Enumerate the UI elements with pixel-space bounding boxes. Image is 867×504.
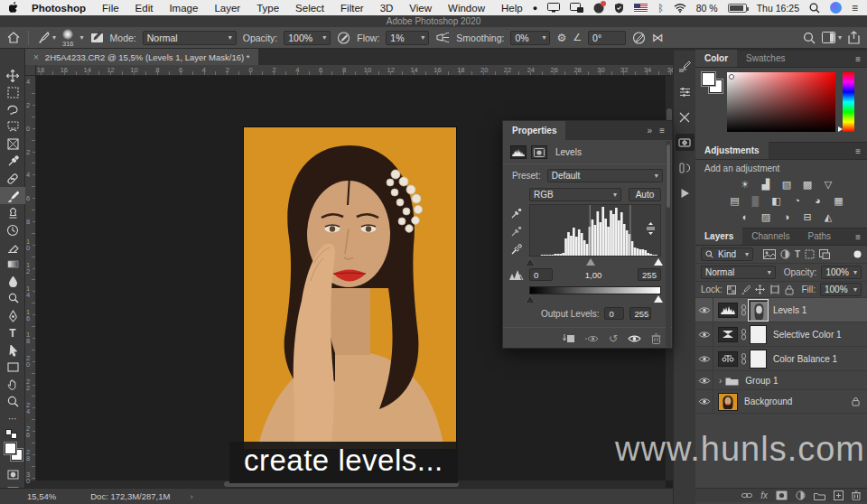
tab-adjustments[interactable]: Adjustments <box>695 142 769 159</box>
lock-transparency-icon[interactable] <box>727 285 736 294</box>
rectangular-marquee-tool[interactable] <box>0 84 25 101</box>
history-brush-tool[interactable] <box>0 221 25 238</box>
input-highlight-slider[interactable] <box>654 258 663 266</box>
layer-mask-thumbnail[interactable] <box>750 301 767 320</box>
menu-item-view[interactable]: View <box>409 3 432 14</box>
layer-name-label[interactable]: Levels 1 <box>773 305 806 315</box>
input-black-field[interactable]: 0 <box>529 268 553 281</box>
tab-layers[interactable]: Layers <box>695 228 742 245</box>
new-group-icon[interactable] <box>814 491 825 500</box>
eyedropper-tool[interactable] <box>0 153 25 170</box>
new-layer-icon[interactable] <box>834 490 844 500</box>
share-icon[interactable] <box>848 31 860 44</box>
object-selection-tool[interactable] <box>0 118 25 135</box>
preset-select[interactable]: Default ▾ <box>547 169 663 182</box>
home-icon[interactable] <box>7 32 20 43</box>
selective-color-thumbnail[interactable] <box>718 327 738 342</box>
layer-row-group-1[interactable]: ›Group 1 <box>695 371 867 390</box>
photo-document[interactable] <box>244 127 456 449</box>
filter-kind-select[interactable]: Kind ▾ <box>701 247 753 261</box>
type-tool[interactable]: T <box>0 324 25 341</box>
menu-item-filter[interactable]: Filter <box>340 3 364 14</box>
layer-mask-thumbnail[interactable] <box>750 325 767 344</box>
properties-tab[interactable]: Properties <box>503 121 565 140</box>
layer-row-levels-1[interactable]: Levels 1 <box>695 298 867 322</box>
apple-menu-icon[interactable] <box>9 2 19 14</box>
gray-point-eyedropper-icon[interactable] <box>511 226 522 237</box>
output-highlight-slider[interactable] <box>654 295 663 303</box>
pressure-size-icon[interactable] <box>632 32 646 44</box>
levels-histogram[interactable] <box>529 204 661 257</box>
filter-type-layers-icon[interactable]: T <box>795 249 800 259</box>
smoothing-options-gear-icon[interactable]: ⚙ <box>556 32 566 44</box>
filter-toggle-icon[interactable] <box>853 250 862 258</box>
new-adjustment-layer-icon[interactable] <box>796 490 806 500</box>
selective-color-icon[interactable]: ◭ <box>822 211 834 223</box>
menu-item-help[interactable]: Help <box>501 3 523 14</box>
saturation-brightness-field[interactable] <box>727 72 835 132</box>
pen-tool[interactable] <box>0 307 25 324</box>
brush-tool[interactable] <box>0 187 25 204</box>
layer-visibility-eye-icon[interactable] <box>698 397 711 406</box>
pressure-opacity-icon[interactable] <box>337 32 350 44</box>
properties-scrollbar[interactable] <box>666 141 671 347</box>
delete-layer-trash-icon[interactable] <box>852 490 861 500</box>
flow-select[interactable]: 1% ▾ <box>386 31 429 45</box>
panel-menu-icon[interactable]: ≡ <box>659 126 665 135</box>
menu-item-file[interactable]: File <box>102 3 119 14</box>
healing-brush-tool[interactable] <box>0 170 25 187</box>
layer-style-fx-icon[interactable]: fx <box>760 490 768 500</box>
edit-toolbar-ellipsis[interactable]: ⋯ <box>0 410 25 427</box>
curves-icon[interactable]: ▧ <box>780 179 793 191</box>
menu-item-window[interactable]: Window <box>448 3 485 14</box>
output-gradient-bar[interactable] <box>529 286 661 294</box>
tab-channels[interactable]: Channels <box>742 228 798 245</box>
color-fg-bg-swatches[interactable] <box>702 72 725 96</box>
bluetooth-icon[interactable]: ᛒ <box>657 3 664 14</box>
app-notification-icon[interactable] <box>593 3 604 14</box>
layer-visibility-eye-icon[interactable] <box>698 377 711 385</box>
lock-position-icon[interactable] <box>755 285 765 294</box>
display-icon[interactable] <box>547 3 560 13</box>
actions-panel-icon[interactable] <box>676 184 695 201</box>
opacity-select[interactable]: 100% ▾ <box>284 31 331 45</box>
menu-item-layer[interactable]: Layer <box>214 3 240 14</box>
mask-link-icon[interactable] <box>741 329 747 341</box>
layer-visibility-eye-icon[interactable] <box>698 306 711 314</box>
paint-symmetry-icon[interactable]: ⋈ <box>652 31 664 44</box>
filter-shape-layers-icon[interactable] <box>805 249 815 259</box>
screen-mirroring-icon[interactable] <box>570 3 583 13</box>
menu-item-3d[interactable]: 3D <box>380 3 394 14</box>
add-layer-mask-icon[interactable] <box>776 490 788 500</box>
black-point-eyedropper-icon[interactable] <box>511 208 522 219</box>
brush-angle-field[interactable]: 0° <box>588 31 626 45</box>
layer-name-label[interactable]: Selective Color 1 <box>773 330 842 340</box>
search-icon[interactable] <box>803 32 816 44</box>
filter-adjustment-layers-icon[interactable] <box>780 249 790 259</box>
black-white-icon[interactable]: ◧ <box>770 195 783 207</box>
frame-tool[interactable] <box>0 135 25 153</box>
brush-picker-caret[interactable]: ▾ <box>80 33 84 42</box>
hue-marker-icon[interactable] <box>838 126 843 132</box>
notification-center-icon[interactable]: ≡ <box>852 2 858 14</box>
record-indicator-icon[interactable]: ● <box>533 4 537 13</box>
color-panel-menu-icon[interactable]: ≡ <box>855 54 867 64</box>
hue-saturation-icon[interactable]: ▤ <box>729 195 741 207</box>
menu-item-select[interactable]: Select <box>295 3 324 14</box>
toggle-visibility-eye-icon[interactable] <box>628 334 641 343</box>
channel-mixer-icon[interactable]: ◕ <box>812 195 825 207</box>
blur-tool[interactable] <box>0 273 25 290</box>
link-layers-icon[interactable] <box>741 491 752 499</box>
histogram-refresh-icon[interactable] <box>509 270 524 280</box>
lock-pixels-icon[interactable] <box>741 285 750 294</box>
reset-adjustment-icon[interactable]: ↺ <box>609 332 618 345</box>
brush-preset-picker[interactable]: 316 <box>62 28 74 48</box>
collapse-panel-icon[interactable]: » <box>648 126 653 135</box>
layer-opacity-select[interactable]: 100% ▾ <box>821 266 862 279</box>
zoom-tool[interactable] <box>0 393 25 410</box>
layer-name-label[interactable]: Color Balance 1 <box>773 354 837 364</box>
menu-item-edit[interactable]: Edit <box>135 3 154 14</box>
view-previous-state-icon[interactable] <box>585 334 599 343</box>
menu-item-photoshop[interactable]: Photoshop <box>32 3 86 14</box>
wifi-icon[interactable] <box>674 4 686 13</box>
